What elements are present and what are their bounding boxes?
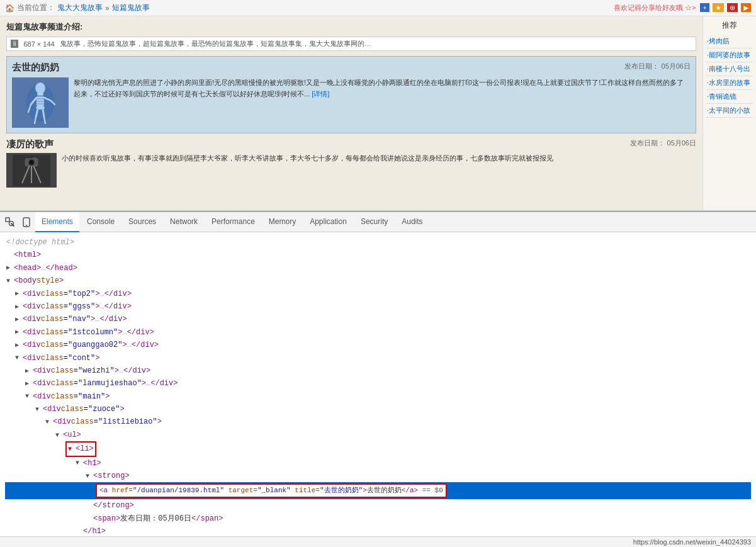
devtools-content: <!doctype html> <html> ▶<head>…</head> ▼… xyxy=(0,232,756,536)
article-1-image xyxy=(12,77,69,128)
dom-line-div-lanmu[interactable]: ▶<div class="lanmujieshao">…</div> xyxy=(5,377,751,390)
dom-line-strong[interactable]: ▼<strong> xyxy=(5,470,751,482)
article-2-text: 小的时候喜欢听鬼故事，有事没事就跑到隔壁李大爷家，听李大爷讲故事，李大爷七十多岁… xyxy=(62,153,696,188)
tab-memory[interactable]: Memory xyxy=(262,212,302,232)
home-icon: 🏠 xyxy=(5,4,14,13)
dom-line-div-1stcol[interactable]: ▶<div class="1stcolumn">…</div> xyxy=(5,326,751,339)
article2-svg xyxy=(13,155,50,186)
dom-line-div-nav[interactable]: ▶<div class="nav">…</div> xyxy=(5,313,751,325)
article-2-header: 凄厉的歌声 发布日期： 05月06日 xyxy=(6,138,696,150)
page-body: 短篇鬼故事频道介绍: li 687 × 144 鬼故事，恐怖短篇鬼故事，超短篇鬼… xyxy=(0,16,756,210)
devtools-tabs: Elements Console Sources Network Perform… xyxy=(0,212,756,232)
sidebar-item-1[interactable]: ·烤肉筋 xyxy=(707,35,752,48)
tab-performance[interactable]: Performance xyxy=(205,212,261,232)
dom-line-div-ggss[interactable]: ▶<div class="ggss">…</div> xyxy=(5,300,751,313)
dom-line-div-main[interactable]: ▼<div class="main"> xyxy=(5,390,751,403)
dom-line-doctype[interactable]: <!doctype html> xyxy=(5,236,751,249)
dom-tree[interactable]: <!doctype html> <html> ▶<head>…</head> ▼… xyxy=(0,232,756,536)
breadcrumb-bar: 🏠 当前位置： 鬼大大鬼故事 » 短篇鬼故事 喜欢记得分享给好友哦 ☆> + ★… xyxy=(0,0,756,16)
dom-line-html[interactable]: <html> xyxy=(5,249,751,261)
article-1-detail-link[interactable]: [详情] xyxy=(312,90,329,98)
tab-security[interactable]: Security xyxy=(354,212,394,232)
dom-line-h1[interactable]: ▼<h1> xyxy=(5,457,751,470)
article-1-text: 黎明的曙光悄无声息的照进了小静的房间里面!无尽的黑暗慢慢的被光明驱散!又是一晚上… xyxy=(74,77,691,128)
dom-line-h1-close[interactable]: </h1> xyxy=(5,525,751,536)
main-content: 短篇鬼故事频道介绍: li 687 × 144 鬼故事，恐怖短篇鬼故事，超短篇鬼… xyxy=(0,16,702,210)
tab-console[interactable]: Console xyxy=(81,212,121,232)
sidebar-item-4[interactable]: ·水房里的故事 xyxy=(707,76,752,90)
dom-line-a-tag[interactable]: <a href="/duanpian/19839.html" target="_… xyxy=(5,482,751,499)
social-icon-4[interactable]: ▶ xyxy=(741,3,751,12)
dom-line-div-weizhi[interactable]: ▶<div class="weizhi">…</div> xyxy=(5,364,751,377)
sidebar-item-2[interactable]: ·能阿婆的故事 xyxy=(707,48,752,62)
article-1-title[interactable]: 去世的奶奶 xyxy=(12,62,59,74)
marquee-text: 鬼故事，恐怖短篇鬼故事，超短篇鬼故事，最恐怖的短篇鬼故事，短篇鬼故事集，鬼大大鬼… xyxy=(60,39,375,48)
breadcrumb-path2[interactable]: 短篇鬼故事 xyxy=(112,3,150,13)
marquee-dims: 687 × 144 xyxy=(23,40,54,48)
sidebar-right: 推荐 ·烤肉筋 ·能阿婆的故事 ·南楼十八号出 ·水房里的故事 ·青铜诡镜 ·太… xyxy=(702,16,756,210)
dom-line-strong-close[interactable]: </strong> xyxy=(5,499,751,512)
article-2-image xyxy=(6,153,57,188)
tab-sources[interactable]: Sources xyxy=(122,212,162,232)
svg-rect-2 xyxy=(37,93,43,96)
svg-rect-24 xyxy=(6,218,9,222)
svg-line-14 xyxy=(43,109,44,117)
dom-line-li-first[interactable]: ▼<li> xyxy=(5,441,751,456)
dom-line-div-top2[interactable]: ▶<div class="top2">…</div> xyxy=(5,288,751,300)
tab-audits[interactable]: Audits xyxy=(395,212,429,232)
browser-preview: 🏠 当前位置： 鬼大大鬼故事 » 短篇鬼故事 喜欢记得分享给好友哦 ☆> + ★… xyxy=(0,0,756,211)
dom-line-div-listliebiao[interactable]: ▼<div class="listliebiao"> xyxy=(5,415,751,428)
devtools-inspect-icon[interactable] xyxy=(3,215,18,230)
skeleton-svg xyxy=(23,81,58,125)
sidebar-item-5[interactable]: ·青铜诡镜 xyxy=(707,90,752,104)
article-card-1: 去世的奶奶 发布日期： 05月06日 xyxy=(6,56,696,133)
dom-line-div-gg02[interactable]: ▶<div class="guanggao02">…</div> xyxy=(5,339,751,351)
breadcrumb-current-label: 当前位置： xyxy=(17,3,55,13)
marquee-tag: li xyxy=(11,40,18,48)
dom-line-head[interactable]: ▶<head>…</head> xyxy=(5,262,751,274)
section-title: 短篇鬼故事频道介绍: xyxy=(6,21,696,33)
article-1-body: 黎明的曙光悄无声息的照进了小静的房间里面!无尽的黑暗慢慢的被光明驱散!又是一晚上… xyxy=(12,77,691,128)
article-1-date: 发布日期： 05月06日 xyxy=(624,62,691,74)
article-2-body: 小的时候喜欢听鬼故事，有事没事就跑到隔壁李大爷家，听李大爷讲故事，李大爷七十多岁… xyxy=(6,153,696,188)
marquee-bar: li 687 × 144 鬼故事，恐怖短篇鬼故事，超短篇鬼故事，最恐怖的短篇鬼故… xyxy=(6,37,696,51)
tab-elements[interactable]: Elements xyxy=(35,212,79,232)
svg-point-28 xyxy=(26,225,27,226)
sidebar-item-3[interactable]: ·南楼十八号出 xyxy=(707,62,752,76)
social-icon-3[interactable]: ⊕ xyxy=(727,3,738,12)
sidebar-title: 推荐 xyxy=(707,20,752,31)
page-content: 🏠 当前位置： 鬼大大鬼故事 » 短篇鬼故事 喜欢记得分享给好友哦 ☆> + ★… xyxy=(0,0,756,210)
article-card-2: 凄厉的歌声 发布日期： 05月06日 xyxy=(6,138,696,188)
breadcrumb-social: 喜欢记得分享给好友哦 ☆> + ★ ⊕ ▶ xyxy=(614,3,751,13)
devtools-mobile-icon[interactable] xyxy=(19,215,34,230)
breadcrumb-sep1: » xyxy=(105,4,110,13)
article-2-date: 发布日期： 05月06日 xyxy=(630,138,696,150)
status-url: https://blog.csdn.net/weixin_44024393 xyxy=(633,538,751,546)
dom-line-span-date[interactable]: <span>发布日期：05月06日</span> xyxy=(5,512,751,525)
devtools-panel: Elements Console Sources Network Perform… xyxy=(0,211,756,547)
breadcrumb-left: 🏠 当前位置： 鬼大大鬼故事 » 短篇鬼故事 xyxy=(5,3,150,13)
devtools-status-bar: https://blog.csdn.net/weixin_44024393 xyxy=(0,536,756,547)
sidebar-item-6[interactable]: ·太平间的小故 xyxy=(707,104,752,118)
dom-line-div-cont[interactable]: ▼<div class="cont"> xyxy=(5,352,751,364)
article-2-title[interactable]: 凄厉的歌声 xyxy=(6,138,54,150)
dom-line-div-zuoce[interactable]: ▼<div class="zuoce"> xyxy=(5,403,751,415)
breadcrumb-path1[interactable]: 鬼大大鬼故事 xyxy=(57,3,103,13)
tab-application[interactable]: Application xyxy=(303,212,353,232)
svg-point-1 xyxy=(35,82,45,94)
dom-line-body[interactable]: ▼<body style> xyxy=(5,274,751,287)
social-icon-1[interactable]: + xyxy=(700,3,709,12)
article-card-1-header: 去世的奶奶 发布日期： 05月06日 xyxy=(12,62,691,74)
dom-line-ul[interactable]: ▼<ul> xyxy=(5,429,751,441)
social-icon-2[interactable]: ★ xyxy=(713,3,724,12)
svg-point-22 xyxy=(30,161,33,164)
svg-rect-23 xyxy=(33,157,37,160)
tab-network[interactable]: Network xyxy=(164,212,204,232)
